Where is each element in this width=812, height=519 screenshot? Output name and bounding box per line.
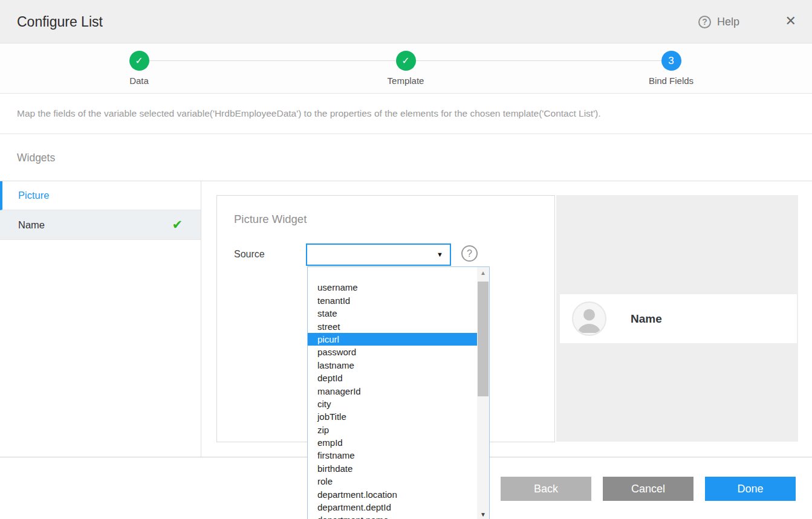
dropdown-option[interactable]: empId	[308, 436, 477, 449]
scroll-up-icon[interactable]: ▲	[477, 269, 489, 276]
description-text: Map the fields of the variable selected …	[17, 108, 601, 119]
step-data[interactable]: ✓ Data	[97, 51, 181, 86]
dropdown-option[interactable]: password	[308, 346, 477, 358]
preview-name-label: Name	[631, 312, 662, 326]
dropdown-option[interactable]: jobTitle	[308, 410, 477, 423]
dropdown-scrollbar[interactable]: ▲ ▼	[477, 267, 489, 519]
configure-list-dialog: Configure List ? Help ✕ ✓ Data ✓ Templat…	[0, 0, 812, 519]
template-preview-panel: Name	[556, 195, 798, 442]
widgets-section-bar: Widgets	[0, 134, 812, 181]
help-circle-icon: ?	[698, 16, 711, 28]
step-connector	[149, 60, 395, 61]
dropdown-option[interactable]: picurl	[308, 333, 477, 346]
dropdown-option[interactable]: department.name	[308, 514, 477, 519]
scrollbar-thumb[interactable]	[478, 282, 489, 396]
step-number-badge: 3	[661, 51, 681, 71]
dropdown-option[interactable]: city	[308, 398, 477, 410]
dropdown-option[interactable]: zip	[308, 424, 477, 436]
dialog-header: Configure List ? Help ✕	[0, 0, 812, 44]
dropdown-option[interactable]	[308, 268, 477, 281]
cancel-button[interactable]: Cancel	[603, 477, 693, 501]
dropdown-option[interactable]: firstname	[308, 449, 477, 462]
close-icon[interactable]: ✕	[785, 15, 796, 28]
source-help-icon[interactable]: ?	[461, 245, 478, 262]
contact-list-preview-card: Name	[560, 294, 797, 343]
step-label: Bind Fields	[629, 76, 713, 86]
dropdown-option[interactable]: managerId	[308, 385, 477, 398]
dropdown-option[interactable]: deptId	[308, 372, 477, 384]
help-button[interactable]: ? Help	[698, 0, 739, 44]
bound-check-icon: ✔	[172, 218, 183, 232]
main-area: Picture Widget Source ▼ ?	[202, 181, 812, 457]
dropdown-option[interactable]: street	[308, 320, 477, 333]
dropdown-option[interactable]: department.location	[308, 488, 477, 501]
dropdown-option[interactable]: state	[308, 307, 477, 320]
step-label: Data	[97, 76, 181, 86]
dropdown-option[interactable]: lastname	[308, 359, 477, 372]
step-done-check-icon: ✓	[396, 51, 416, 71]
source-select[interactable]: ▼	[306, 243, 451, 266]
dropdown-arrow-icon: ▼	[437, 251, 443, 258]
dropdown-option[interactable]: department.deptId	[308, 501, 477, 514]
source-dropdown-list: username tenantId state street picurl pa…	[307, 266, 490, 519]
done-button[interactable]: Done	[705, 477, 796, 501]
page-title: Configure List	[17, 0, 103, 44]
footer-buttons: Back Cancel Done	[501, 477, 796, 501]
back-button[interactable]: Back	[501, 477, 591, 501]
step-template[interactable]: ✓ Template	[363, 51, 448, 86]
wizard-steps: ✓ Data ✓ Template 3 Bind Fields	[0, 44, 812, 94]
help-label: Help	[717, 16, 739, 28]
widgets-section-title: Widgets	[17, 152, 55, 164]
step-connector	[416, 60, 661, 61]
step-label: Template	[363, 76, 448, 86]
step-bind-fields[interactable]: 3 Bind Fields	[629, 51, 713, 86]
dropdown-options: username tenantId state street picurl pa…	[308, 267, 477, 519]
panel-title: Picture Widget	[234, 213, 307, 226]
dropdown-option[interactable]: role	[308, 475, 477, 488]
sidebar-item-picture[interactable]: Picture	[0, 181, 201, 210]
source-label: Source	[234, 249, 265, 260]
widgets-sidebar: Picture Name ✔	[0, 181, 201, 457]
sidebar-item-label: Name	[18, 219, 45, 231]
dropdown-option[interactable]: username	[308, 281, 477, 294]
avatar-placeholder-icon	[572, 301, 606, 336]
dropdown-option[interactable]: tenantId	[308, 294, 477, 307]
scroll-down-icon[interactable]: ▼	[477, 511, 489, 518]
description-bar: Map the fields of the variable selected …	[0, 94, 812, 134]
sidebar-item-label: Picture	[18, 190, 49, 201]
step-done-check-icon: ✓	[129, 51, 149, 71]
sidebar-item-name[interactable]: Name ✔	[0, 210, 201, 240]
dropdown-option[interactable]: birthdate	[308, 462, 477, 475]
